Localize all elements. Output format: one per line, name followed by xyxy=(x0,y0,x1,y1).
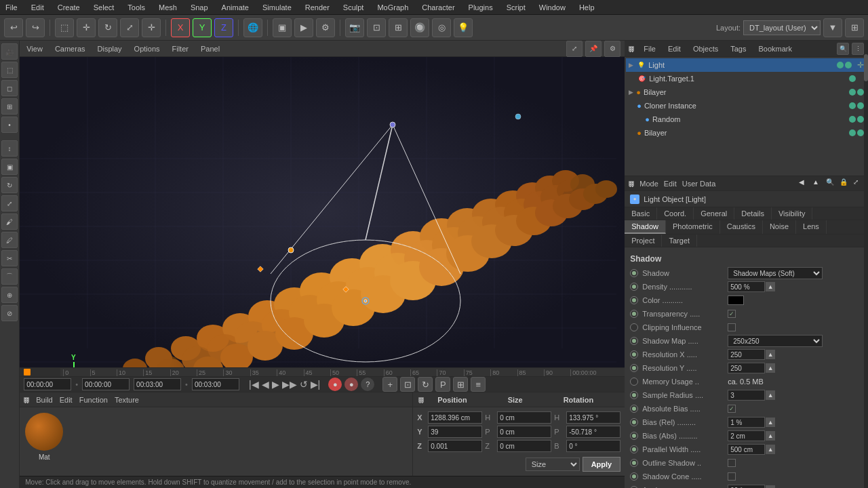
scale-left-btn[interactable]: ⤢ xyxy=(1,195,18,211)
move-tool[interactable]: ✛ xyxy=(77,18,96,37)
color-swatch[interactable] xyxy=(728,296,744,305)
render-frame-btn[interactable]: ▶ xyxy=(294,18,313,37)
menu-item-create[interactable]: Create xyxy=(55,2,83,13)
obj-row-cloner[interactable]: ● Cloner Instance xyxy=(634,99,867,113)
keyframe-time-input[interactable] xyxy=(82,378,130,390)
tab-lens[interactable]: Lens xyxy=(796,220,827,234)
vp-options-btn[interactable]: Options xyxy=(132,43,163,54)
obj-dot-render5[interactable] xyxy=(857,129,864,136)
obj-dot-vis6[interactable] xyxy=(849,129,856,136)
props-back-icon[interactable]: ◀ xyxy=(799,178,810,189)
absbias-checkbox[interactable] xyxy=(728,405,736,413)
end-time-input[interactable] xyxy=(134,378,181,390)
play-forward-btn[interactable]: ▶▶ xyxy=(282,379,297,390)
go-start-btn[interactable]: |◀ xyxy=(249,379,259,390)
obj-edit-btn[interactable]: Edit xyxy=(665,43,684,54)
menu-item-help[interactable]: Help xyxy=(576,2,597,13)
tab-photometric[interactable]: Photometric xyxy=(666,220,720,234)
biasabs-spin-up[interactable]: ▲ xyxy=(766,431,775,441)
obj-dot-render4[interactable] xyxy=(857,116,864,123)
snap-btn[interactable]: 🔘 xyxy=(410,18,429,37)
key2-btn[interactable]: ⊡ xyxy=(400,377,415,392)
absbias-radio[interactable] xyxy=(630,405,638,413)
material-preview[interactable] xyxy=(25,413,63,451)
sample-spin-up[interactable]: ▲ xyxy=(766,390,775,400)
resx-spin-up[interactable]: ▲ xyxy=(766,350,775,359)
start-time-input[interactable] xyxy=(24,378,71,390)
obj-row-bilayer2[interactable]: ● Bilayer xyxy=(634,126,867,140)
y-size-input[interactable] xyxy=(497,426,551,438)
vp-maximize-btn[interactable]: ⤢ xyxy=(566,41,583,57)
spline-btn[interactable]: ⌒ xyxy=(1,268,18,285)
y-axis-btn[interactable]: Y xyxy=(193,18,212,37)
menu-item-script[interactable]: Script xyxy=(504,2,528,13)
color-radio[interactable] xyxy=(630,296,638,304)
shadowmap-dropdown[interactable]: 250x250 xyxy=(728,335,823,347)
sample-radio[interactable] xyxy=(630,391,638,399)
transparency-checkbox[interactable] xyxy=(728,310,736,318)
prev-frame-btn[interactable]: ◀ xyxy=(262,379,269,390)
tab-details[interactable]: Details xyxy=(734,207,772,220)
obj-objects-btn[interactable]: Objects xyxy=(690,43,721,54)
vp-snap-vp-btn[interactable]: 📌 xyxy=(585,41,601,57)
biasrel-input[interactable] xyxy=(728,417,765,428)
polygon-mode-btn[interactable]: ◻ xyxy=(1,80,18,96)
transparency-radio[interactable] xyxy=(630,310,638,318)
playhead-marker[interactable] xyxy=(24,369,31,375)
props-expand-icon[interactable]: ⤢ xyxy=(853,178,864,189)
tab-visibility[interactable]: Visibility xyxy=(772,207,813,220)
brush-btn[interactable]: 🖌 xyxy=(1,214,18,230)
grid-btn[interactable]: ⊞ xyxy=(389,18,408,37)
shadow-type-radio[interactable] xyxy=(630,269,638,277)
z-size-input[interactable] xyxy=(497,440,551,452)
undo-button[interactable]: ↩ xyxy=(4,18,23,37)
menu-item-tools[interactable]: Tools xyxy=(125,2,148,13)
menu-item-mesh[interactable]: Mesh xyxy=(156,2,180,13)
obj-dot-vis3[interactable] xyxy=(849,89,856,96)
obj-dot-vis[interactable] xyxy=(837,62,844,68)
z-axis-btn[interactable]: Z xyxy=(214,18,233,37)
b-rot-input[interactable] xyxy=(566,440,620,452)
mat-build-btn[interactable]: Build xyxy=(36,396,52,404)
tab-caustics[interactable]: Caustics xyxy=(720,220,763,234)
knife-btn[interactable]: ✂ xyxy=(1,250,18,266)
obj-dot-render2[interactable] xyxy=(857,89,864,96)
vp-display-btn[interactable]: Display xyxy=(95,43,125,54)
obj-dot-vis4[interactable] xyxy=(849,102,856,109)
record-btn[interactable]: ● xyxy=(328,378,342,391)
timeline-ruler[interactable]: 0 5 10 15 20 25 30 35 40 45 50 55 60 65 … xyxy=(60,368,625,376)
menu-item-character[interactable]: Character xyxy=(419,2,457,13)
tab-project[interactable]: Project xyxy=(625,235,662,247)
point-mode-btn[interactable]: • xyxy=(1,117,18,133)
obj-bookmark-btn[interactable]: Bookmark xyxy=(755,43,795,54)
key6-btn[interactable]: ≡ xyxy=(471,377,486,392)
tool14-btn[interactable]: ⊘ xyxy=(1,305,18,321)
vr-btn[interactable]: ◎ xyxy=(432,18,451,37)
play-btn[interactable]: ▶ xyxy=(272,379,279,390)
coords-drag-handle[interactable]: ⠿ xyxy=(418,397,424,403)
tab-general[interactable]: General xyxy=(694,207,734,220)
outlineshadow-radio[interactable] xyxy=(630,459,638,467)
apply-button[interactable]: Apply xyxy=(583,457,621,472)
obj-dot-vis2[interactable] xyxy=(849,75,856,82)
obj-row-light-target[interactable]: 🎯 Light.Target.1 xyxy=(634,72,867,85)
render-settings-btn[interactable]: ⚙ xyxy=(316,18,335,37)
menu-item-snap[interactable]: Snap xyxy=(188,2,211,13)
x-axis-btn[interactable]: X xyxy=(171,18,190,37)
biasrel-radio[interactable] xyxy=(630,418,638,426)
vp-settings-btn[interactable]: ⚙ xyxy=(604,41,620,57)
mat-texture-btn[interactable]: Texture xyxy=(115,396,139,404)
biasrel-spin-up[interactable]: ▲ xyxy=(766,418,775,427)
mat-function-btn[interactable]: Function xyxy=(79,396,108,404)
camera-left-btn[interactable]: 🎥 xyxy=(1,43,18,60)
parallelwidth-radio[interactable] xyxy=(630,445,638,453)
vp-filter-btn[interactable]: Filter xyxy=(170,43,191,54)
edge-mode-btn[interactable]: ⊞ xyxy=(1,98,18,115)
3d-viewport[interactable]: Perspective xyxy=(20,57,625,367)
density-radio[interactable] xyxy=(630,283,638,291)
material-slot[interactable]: Mat xyxy=(25,413,63,470)
resy-radio[interactable] xyxy=(630,364,638,372)
biasabs-radio[interactable] xyxy=(630,432,638,440)
world-btn[interactable]: 🌐 xyxy=(243,18,262,37)
menu-item-plugins[interactable]: Plugins xyxy=(466,2,496,13)
